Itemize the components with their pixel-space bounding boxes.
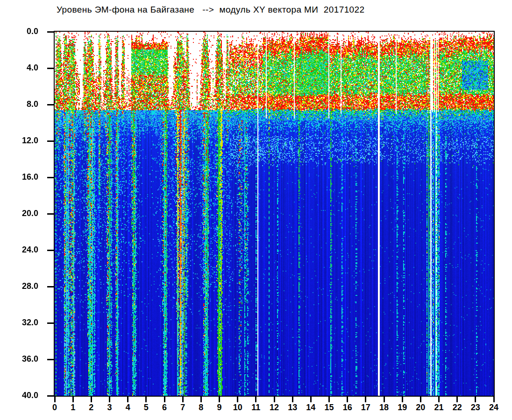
spectrogram-canvas [55, 32, 494, 396]
x-axis-label: 7 [173, 403, 192, 413]
x-axis-label: 18 [374, 403, 394, 413]
x-axis-label: 3 [100, 403, 120, 413]
x-axis-tick [456, 397, 458, 402]
y-axis-tick [47, 395, 54, 397]
x-axis-tick [347, 397, 348, 402]
x-axis-tick [402, 397, 403, 402]
x-axis-label: 5 [136, 403, 156, 413]
x-axis-label: 15 [320, 403, 339, 413]
x-axis-label: 1 [63, 403, 83, 413]
x-axis-tick [493, 397, 495, 402]
x-axis-label: 16 [338, 403, 357, 413]
x-axis-tick [145, 397, 147, 402]
y-axis-label: 40.0 [13, 391, 38, 400]
x-axis-label: 10 [228, 403, 248, 413]
x-axis-tick [164, 397, 165, 402]
x-axis-tick [200, 397, 202, 402]
y-axis-label: 8.0 [13, 99, 38, 109]
plot-frame [54, 31, 495, 397]
x-axis-label: 20 [411, 403, 430, 413]
x-axis-tick [219, 397, 220, 402]
x-axis-label: 8 [191, 403, 211, 413]
x-axis-tick [72, 397, 74, 402]
x-axis-tick [384, 397, 385, 402]
x-axis-label: 13 [283, 403, 302, 413]
x-axis-label: 12 [264, 403, 284, 413]
y-axis-tick [47, 68, 54, 69]
y-axis-tick [47, 359, 54, 360]
y-axis-tick [47, 213, 54, 215]
x-axis-label: 14 [301, 403, 320, 413]
y-axis-tick [47, 286, 54, 287]
x-axis-tick [438, 397, 440, 402]
x-axis-label: 11 [246, 403, 266, 413]
y-axis-tick [47, 104, 54, 105]
chart-title: Уровень ЭМ-фона на Байгазане --> модуль … [57, 5, 365, 15]
y-axis-label: 4.0 [13, 63, 38, 73]
x-axis-tick [255, 397, 256, 402]
x-axis-tick [274, 397, 275, 402]
x-axis-label: 22 [448, 403, 467, 413]
x-axis-label: 0 [45, 403, 64, 413]
x-axis-tick [237, 397, 238, 402]
x-axis-tick [91, 397, 92, 402]
x-axis-label: 19 [392, 403, 412, 413]
y-axis-label: 32.0 [13, 318, 38, 328]
x-axis-tick [420, 397, 421, 402]
y-axis-label: 36.0 [13, 354, 38, 364]
x-axis-tick [365, 397, 366, 402]
y-axis-tick [47, 250, 54, 251]
x-axis-label: 4 [118, 403, 138, 413]
x-axis-tick [182, 397, 184, 402]
y-axis-label: 16.0 [13, 172, 38, 182]
x-axis-tick [127, 397, 128, 402]
x-axis-label: 23 [466, 403, 485, 413]
y-axis-label: 28.0 [13, 281, 38, 291]
x-axis-tick [475, 397, 476, 402]
x-axis-label: 6 [155, 403, 174, 413]
y-axis-label: 0.0 [13, 27, 38, 36]
x-axis-tick [54, 397, 56, 402]
y-axis-tick [47, 322, 54, 324]
x-axis-tick [328, 397, 330, 402]
y-axis-label: 24.0 [13, 245, 38, 255]
x-axis-label: 17 [356, 403, 376, 413]
x-axis-label: 21 [429, 403, 449, 413]
y-axis-tick [47, 177, 54, 178]
y-axis-label: 20.0 [13, 209, 38, 218]
x-axis-tick [292, 397, 293, 402]
x-axis-label: 24 [484, 403, 504, 413]
x-axis-tick [310, 397, 312, 402]
x-axis-label: 2 [81, 403, 101, 413]
y-axis-tick [47, 140, 54, 142]
y-axis-tick [47, 31, 54, 33]
x-axis-tick [109, 397, 110, 402]
y-axis-label: 12.0 [13, 136, 38, 146]
chart-root: Уровень ЭМ-фона на Байгазане --> модуль … [0, 0, 512, 420]
x-axis-label: 9 [210, 403, 229, 413]
